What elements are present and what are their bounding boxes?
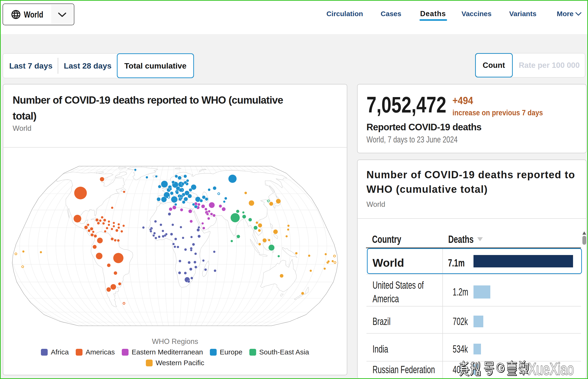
svg-text:XueXiao: XueXiao [528,360,574,378]
